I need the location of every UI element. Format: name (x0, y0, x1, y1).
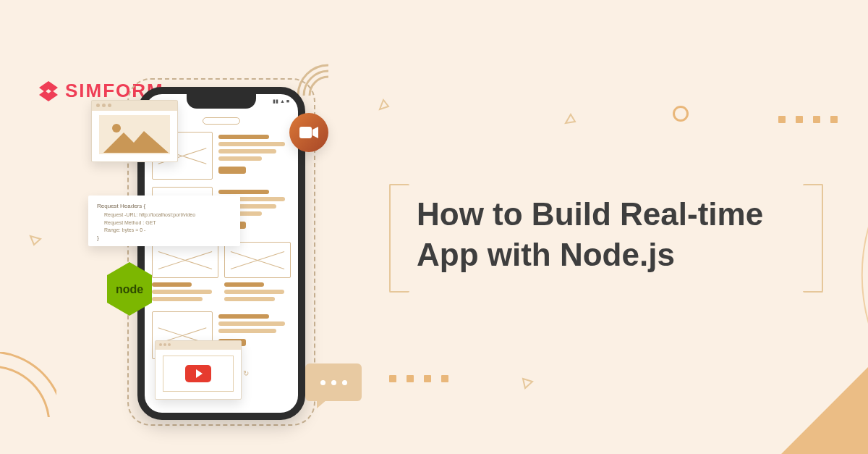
video-window-card (155, 340, 242, 400)
headline-line1: How to Build Real-time (417, 196, 763, 232)
arc-icon (0, 352, 56, 417)
circle-icon (673, 106, 689, 122)
wf-line (218, 142, 285, 146)
statusbar-icons: ▮▮ ▲ ■ (273, 98, 289, 104)
svg-marker-9 (566, 114, 575, 123)
svg-marker-5 (312, 127, 318, 138)
triangle-icon (564, 113, 577, 126)
wf-pill (203, 117, 240, 125)
dots-icon (778, 116, 838, 123)
wf-line (152, 290, 212, 294)
wf-line (218, 329, 276, 333)
node-label: node (116, 283, 143, 295)
wf-line (218, 156, 262, 161)
wf-line (152, 282, 192, 287)
wf-thumb (224, 242, 291, 278)
code-header: Request Headers { (97, 203, 231, 209)
wf-button (218, 167, 246, 174)
wf-line (224, 297, 275, 301)
bracket-left-icon (389, 184, 409, 293)
mountain-icon (99, 121, 171, 154)
svg-rect-4 (299, 127, 312, 138)
image-window-card (91, 100, 178, 162)
svg-marker-0 (39, 81, 58, 92)
page-title: How to Build Real-time App with Node.js (396, 188, 830, 282)
svg-marker-10 (523, 379, 532, 388)
nodejs-badge-icon: node (104, 261, 155, 311)
triangle-icon (521, 377, 534, 390)
triangle-icon (378, 98, 391, 112)
wf-thumb (152, 242, 218, 278)
youtube-play-icon (185, 365, 211, 382)
dots-icon (389, 375, 448, 382)
triangle-icon (29, 233, 42, 246)
code-footer: } (97, 235, 231, 241)
arc-icon (788, 181, 868, 369)
code-line: Request Method : GET (104, 219, 231, 227)
video-camera-icon (289, 113, 328, 152)
brand-mark-icon (38, 80, 59, 102)
wf-line (218, 190, 269, 194)
http-headers-card: Request Headers { Request -URL: http://l… (88, 196, 240, 246)
illustration-scene: 06:00 ▮▮ ▲ ■ (117, 67, 363, 443)
wf-line (218, 314, 269, 319)
svg-point-2 (112, 124, 121, 133)
headline-line2: App with Node.js (417, 237, 675, 272)
corner-triangle-icon (781, 367, 868, 454)
svg-marker-3 (103, 131, 169, 153)
code-line: Request -URL: http://localhost:port/vide… (104, 211, 231, 219)
wf-line (224, 282, 264, 287)
wf-line (218, 149, 276, 154)
code-line: Range: bytes = 0 - (104, 227, 231, 235)
wf-line (218, 135, 269, 139)
chat-bubble-icon (305, 363, 362, 401)
wf-line (224, 290, 284, 294)
svg-marker-8 (30, 236, 41, 245)
svg-marker-7 (380, 100, 388, 109)
headline-block: How to Build Real-time App with Node.js (396, 188, 830, 282)
wf-line (152, 297, 203, 301)
svg-marker-1 (39, 91, 58, 101)
wf-line (218, 321, 285, 326)
